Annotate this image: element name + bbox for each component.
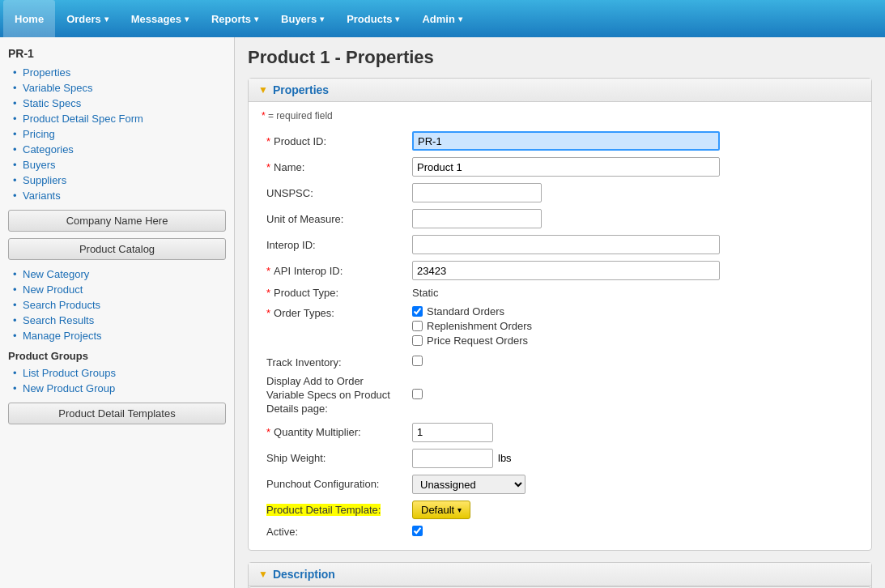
company-name-button[interactable]: Company Name Here (8, 210, 226, 232)
top-nav: Home Orders ▾ Messages ▾ Reports ▾ Buyer… (0, 0, 885, 37)
description-panel-header: ▼ Description (249, 563, 871, 586)
punchout-config-label: Punchout Configuration: (262, 471, 407, 497)
replenishment-orders-row: Replenishment Orders (412, 320, 853, 332)
display-add-to-order-checkbox[interactable] (412, 389, 423, 399)
unspsc-cell (407, 180, 858, 206)
sidebar-product-id: PR-1 (8, 47, 226, 60)
product-type-value: Static (412, 284, 439, 301)
sidebar-link-search-results[interactable]: Search Results (11, 313, 226, 328)
product-groups-list: List Product Groups New Product Group (8, 365, 226, 396)
interop-id-input[interactable] (412, 235, 720, 254)
product-detail-template-label: Product Detail Template: (262, 497, 407, 522)
display-add-to-order-cell (407, 372, 858, 420)
replenishment-orders-label: Replenishment Orders (427, 320, 532, 332)
unit-of-measure-input[interactable] (412, 209, 542, 228)
page-title: Product 1 - Properties (248, 47, 872, 68)
sidebar-link-properties[interactable]: Properties (11, 65, 226, 80)
sidebar-link-new-product[interactable]: New Product (11, 282, 226, 297)
sidebar-link-suppliers[interactable]: Suppliers (11, 173, 226, 188)
description-panel-title: Description (273, 568, 335, 581)
sidebar-link-manage-projects[interactable]: Manage Projects (11, 328, 226, 343)
replenishment-orders-checkbox[interactable] (412, 321, 423, 331)
sidebar-link-variants[interactable]: Variants (11, 188, 226, 203)
nav-admin[interactable]: Admin ▾ (411, 0, 473, 37)
punchout-config-select[interactable]: Unassigned (412, 475, 525, 494)
sidebar-link-categories[interactable]: Categories (11, 142, 226, 157)
sidebar-link-new-category[interactable]: New Category (11, 266, 226, 282)
nav-buyers[interactable]: Buyers ▾ (270, 0, 335, 37)
ship-weight-unit: lbs (498, 452, 512, 464)
product-detail-template-row: Product Detail Template: Default ▾ (262, 497, 858, 522)
api-interop-id-label: *API Interop ID: (262, 258, 407, 283)
properties-triangle-icon: ▼ (258, 84, 268, 96)
description-triangle-icon: ▼ (258, 569, 268, 580)
quantity-multiplier-cell (407, 420, 858, 445)
main-content: Product 1 - Properties ▼ Properties * = … (235, 37, 885, 588)
order-types-label: *Order Types: (262, 302, 407, 352)
price-request-orders-row: Price Request Orders (412, 334, 853, 347)
sidebar-link-static-specs[interactable]: Static Specs (11, 96, 226, 111)
active-checkbox[interactable] (412, 526, 423, 536)
track-inventory-checkbox[interactable] (412, 356, 423, 366)
order-types-cell: Standard Orders Replenishment Orders Pri… (407, 302, 858, 352)
nav-products[interactable]: Products ▾ (335, 0, 411, 37)
product-catalog-button[interactable]: Product Catalog (8, 238, 226, 260)
nav-reports[interactable]: Reports ▾ (200, 0, 270, 37)
required-star: * (262, 110, 266, 121)
nav-orders[interactable]: Orders ▾ (55, 0, 120, 37)
product-id-label: *Product ID: (262, 128, 407, 154)
price-request-orders-label: Price Request Orders (427, 334, 528, 347)
sidebar-link-search-products[interactable]: Search Products (11, 297, 226, 313)
unspsc-input[interactable] (412, 183, 542, 202)
properties-panel-body: * = required field *Product ID: (249, 102, 871, 550)
product-detail-template-arrow-icon: ▾ (457, 505, 462, 514)
sidebar-link-list-product-groups[interactable]: List Product Groups (11, 365, 226, 381)
product-type-cell: Static (407, 283, 858, 302)
sidebar-link-product-detail-spec-form[interactable]: Product Detail Spec Form (11, 111, 226, 126)
name-row: *Name: (262, 154, 858, 180)
nav-orders-arrow: ▾ (104, 15, 108, 23)
unit-of-measure-cell (407, 206, 858, 232)
quantity-multiplier-input[interactable] (412, 423, 493, 442)
quantity-multiplier-row: *Quantity Multiplier: (262, 420, 858, 445)
active-row: Active: (262, 522, 858, 542)
properties-form-table: *Product ID: *Name: (262, 128, 858, 542)
sidebar-link-buyers[interactable]: Buyers (11, 157, 226, 173)
nav-home[interactable]: Home (3, 0, 55, 37)
nav-messages-arrow: ▾ (185, 15, 189, 23)
properties-panel-title: Properties (273, 83, 329, 96)
sidebar: PR-1 Properties Variable Specs Static Sp… (0, 37, 235, 588)
product-detail-template-cell: Default ▾ (407, 497, 858, 522)
product-detail-template-value: Default (421, 504, 454, 516)
price-request-orders-checkbox[interactable] (412, 335, 423, 346)
product-detail-templates-button[interactable]: Product Detail Templates (8, 403, 226, 424)
product-detail-template-btn[interactable]: Default ▾ (412, 501, 470, 519)
nav-admin-arrow: ▾ (458, 15, 462, 23)
product-id-input[interactable] (412, 131, 720, 151)
active-label: Active: (262, 522, 407, 542)
sidebar-link-variable-specs[interactable]: Variable Specs (11, 80, 226, 96)
required-note: * = required field (262, 110, 858, 121)
standard-orders-label: Standard Orders (427, 305, 504, 317)
track-inventory-label: Track Inventory: (262, 352, 407, 372)
active-cell (407, 522, 858, 542)
ship-weight-cell: lbs (407, 445, 858, 471)
sidebar-link-pricing[interactable]: Pricing (11, 126, 226, 142)
api-interop-id-input[interactable] (412, 261, 720, 280)
sidebar-link-new-product-group[interactable]: New Product Group (11, 381, 226, 396)
ship-weight-label: Ship Weight: (262, 445, 407, 471)
interop-id-row: Interop ID: (262, 232, 858, 258)
ship-weight-input[interactable] (412, 449, 493, 468)
interop-id-cell (407, 232, 858, 258)
track-inventory-row: Track Inventory: (262, 352, 858, 372)
layout: PR-1 Properties Variable Specs Static Sp… (0, 37, 885, 588)
api-interop-id-cell (407, 258, 858, 283)
name-input[interactable] (412, 157, 720, 177)
unit-of-measure-label: Unit of Measure: (262, 206, 407, 232)
ship-weight-input-row: lbs (412, 449, 853, 468)
properties-panel: ▼ Properties * = required field *Product… (248, 78, 872, 551)
standard-orders-checkbox[interactable] (412, 306, 423, 317)
nav-messages[interactable]: Messages ▾ (120, 0, 200, 37)
product-groups-title: Product Groups (8, 350, 226, 362)
name-cell (407, 154, 858, 180)
